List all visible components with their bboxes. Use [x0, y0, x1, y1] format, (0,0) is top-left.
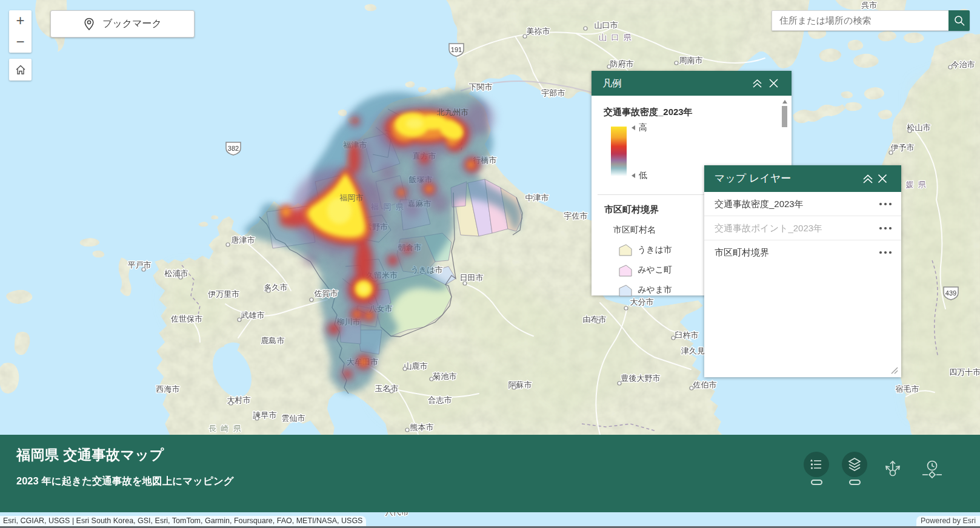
svg-text:防府市: 防府市 — [610, 59, 634, 68]
svg-text:191: 191 — [451, 46, 462, 53]
svg-text:下関市: 下関市 — [469, 82, 493, 91]
svg-text:伊万里市: 伊万里市 — [208, 289, 239, 299]
svg-text:北九州市: 北九州市 — [437, 108, 468, 117]
svg-text:松浦市: 松浦市 — [164, 269, 188, 278]
svg-text:山口市: 山口市 — [595, 21, 618, 30]
svg-text:由布市: 由布市 — [583, 315, 607, 324]
svg-text:日田市: 日田市 — [460, 273, 484, 282]
svg-text:豊後大野市: 豊後大野市 — [621, 374, 661, 383]
svg-text:熊本市: 熊本市 — [410, 423, 434, 432]
svg-text:鹿島市: 鹿島市 — [261, 336, 285, 345]
svg-text:呉市: 呉市 — [861, 1, 877, 10]
svg-text:平戸市: 平戸市 — [128, 260, 152, 269]
svg-text:西海市: 西海市 — [156, 384, 180, 394]
svg-text:玉名市: 玉名市 — [375, 384, 399, 393]
svg-text:山鹿市: 山鹿市 — [404, 361, 428, 371]
svg-text:439: 439 — [945, 289, 956, 297]
svg-text:宿毛市: 宿毛市 — [896, 384, 919, 394]
svg-text:阿蘇市: 阿蘇市 — [508, 380, 532, 389]
svg-text:伊予市: 伊予市 — [891, 143, 915, 152]
svg-text:中津市: 中津市 — [525, 193, 549, 202]
svg-text:長 崎 県: 長 崎 県 — [208, 424, 242, 433]
svg-text:臼杵市: 臼杵市 — [675, 331, 699, 340]
svg-text:美祢市: 美祢市 — [527, 27, 550, 36]
svg-text:佐世保市: 佐世保市 — [170, 314, 202, 323]
svg-text:大分市: 大分市 — [630, 297, 654, 306]
svg-text:今治市: 今治市 — [952, 60, 975, 69]
svg-text:佐賀市: 佐賀市 — [314, 289, 338, 298]
svg-text:福岡市: 福岡市 — [339, 193, 364, 202]
svg-text:四万十市: 四万十市 — [949, 368, 980, 377]
svg-text:382: 382 — [228, 145, 239, 152]
svg-text:佐伯市: 佐伯市 — [693, 380, 717, 389]
svg-text:菊池市: 菊池市 — [433, 372, 457, 381]
svg-text:合志市: 合志市 — [428, 395, 452, 404]
svg-text:周南市: 周南市 — [679, 56, 703, 65]
svg-text:宇佐市: 宇佐市 — [564, 211, 588, 220]
svg-text:武雄市: 武雄市 — [241, 311, 265, 320]
svg-text:宇部市: 宇部市 — [542, 88, 565, 97]
svg-text:唐津市: 唐津市 — [232, 236, 255, 245]
svg-text:雲仙市: 雲仙市 — [282, 414, 305, 423]
svg-text:山 口 県: 山 口 県 — [599, 33, 633, 42]
